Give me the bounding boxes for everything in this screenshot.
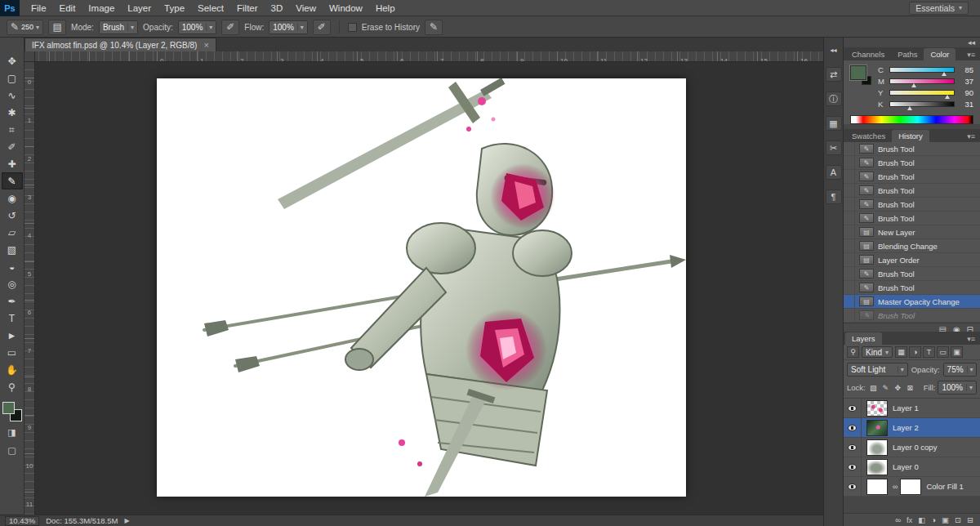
blur-tool[interactable]: ◒ (2, 258, 23, 275)
visibility-toggle[interactable] (844, 457, 862, 476)
rectangle-tool[interactable]: ▭ (2, 344, 23, 361)
slider-thumb[interactable] (907, 106, 912, 110)
panel-menu-icon[interactable]: ▾≡ (962, 131, 980, 142)
brush-panel-icon[interactable]: ✎ (425, 20, 443, 35)
clone-stamp-tool[interactable]: ◉ (2, 189, 23, 207)
layer-row[interactable]: Layer 0 (844, 457, 980, 477)
flow-select[interactable]: 100% ▾ (269, 20, 308, 34)
info-panel-icon[interactable]: ⓘ (826, 91, 842, 106)
lock-all-icon[interactable]: ⊠ (905, 382, 915, 393)
dodge-tool[interactable]: ◎ (2, 275, 23, 292)
brush-preset-picker[interactable]: ✎ 250 ▾ (7, 20, 43, 35)
adjustment-layer-icon[interactable]: ◑ (931, 515, 936, 524)
crop-tool[interactable]: ⌗ (2, 121, 23, 138)
menu-item[interactable]: 3D (265, 1, 290, 16)
layer-row[interactable]: Layer 2 (844, 418, 980, 438)
lock-pixels-icon[interactable]: ✎ (880, 382, 891, 393)
filter-shape-icon[interactable]: ▭ (937, 346, 949, 358)
eyedropper-tool[interactable]: ✐ (2, 138, 23, 155)
menu-item[interactable]: Image (82, 1, 121, 16)
channel-slider[interactable] (889, 78, 955, 84)
history-source-checkbox[interactable] (844, 212, 855, 225)
menu-item[interactable]: Layer (121, 1, 158, 16)
eraser-tool[interactable]: ▱ (2, 224, 23, 241)
history-state-row[interactable]: ▤ Master Opacity Change (844, 295, 980, 309)
foreground-color-swatch[interactable] (2, 402, 15, 414)
history-source-checkbox[interactable] (844, 281, 855, 294)
history-state-row[interactable]: ✎ Brush Tool (844, 198, 980, 212)
history-state-row[interactable]: ✎ Brush Tool (844, 170, 980, 184)
history-state-row[interactable]: ▤ Blending Change (844, 239, 980, 253)
layer-thumbnail[interactable] (866, 479, 888, 495)
opacity-select[interactable]: 100% ▾ (178, 20, 217, 34)
collapse-panels-icon[interactable]: ◂◂ (826, 42, 842, 57)
brush-tool[interactable]: ✎ (2, 172, 23, 189)
delete-layer-icon[interactable]: ⊟ (967, 515, 973, 524)
history-state-row[interactable]: ▤ Layer Order (844, 253, 980, 267)
screen-mode-icon[interactable]: ▢ (2, 443, 23, 457)
history-source-checkbox[interactable] (844, 295, 855, 308)
layer-mask-thumbnail[interactable] (900, 479, 921, 495)
color-spectrum-ramp[interactable] (850, 115, 973, 124)
history-source-checkbox[interactable] (844, 253, 855, 266)
channel-value[interactable]: 31 (959, 100, 973, 109)
history-brush-tool[interactable]: ↺ (2, 207, 23, 224)
history-source-checkbox[interactable] (844, 142, 855, 155)
layer-thumbnail[interactable] (866, 420, 888, 436)
menu-item[interactable]: Select (191, 1, 230, 16)
menu-item[interactable]: Help (369, 1, 402, 16)
pen-tool[interactable]: ✒ (2, 292, 23, 310)
layer-mask-icon[interactable]: ◧ (918, 515, 925, 524)
visibility-toggle[interactable] (844, 418, 862, 437)
menu-item[interactable]: Filter (230, 1, 265, 16)
document-tab[interactable]: IFX almost fin.psd @ 10.4% (Layer 2, RGB… (24, 38, 216, 51)
status-menu-arrow-icon[interactable]: ▶ (124, 517, 129, 524)
quick-selection-tool[interactable]: ✱ (2, 104, 23, 121)
new-layer-icon[interactable]: ⊡ (955, 515, 961, 524)
history-source-checkbox[interactable] (844, 156, 855, 169)
slider-thumb[interactable] (942, 72, 947, 76)
filter-pixel-icon[interactable]: ▦ (895, 346, 907, 358)
layer-row[interactable]: ∞ Color Fill 1 (844, 477, 980, 497)
history-state-row[interactable]: ✎ Brush Tool (844, 142, 980, 156)
layer-thumbnail[interactable] (866, 400, 888, 417)
arrows-panel-icon[interactable]: ⇄ (826, 67, 842, 82)
filter-adjustment-icon[interactable]: ◑ (909, 346, 921, 358)
history-source-checkbox[interactable] (844, 170, 855, 183)
menu-item[interactable]: View (289, 1, 323, 16)
path-selection-tool[interactable]: ► (2, 327, 23, 344)
toggle-brush-panel-icon[interactable]: ▤ (48, 20, 66, 35)
panel-tab[interactable]: Layers (845, 332, 882, 345)
layer-opacity-select[interactable]: 75% ▾ (943, 363, 977, 377)
foreground-color-swatch[interactable] (850, 65, 866, 80)
history-state-row[interactable]: ▤ New Layer (844, 225, 980, 239)
slice-panel-icon[interactable]: ✂ (826, 140, 842, 155)
kind-select[interactable]: Kind ▾ (862, 346, 893, 358)
airbrush-toggle-icon[interactable]: ✐ (313, 20, 331, 35)
history-state-row[interactable]: ✎ Brush Tool (844, 184, 980, 198)
document-canvas[interactable] (157, 78, 686, 497)
panel-tab[interactable]: Paths (891, 48, 924, 60)
close-icon[interactable]: × (203, 40, 208, 50)
menu-item[interactable]: File (24, 1, 53, 16)
history-source-checkbox[interactable] (844, 225, 855, 238)
layer-row[interactable]: Layer 1 (844, 399, 980, 418)
filter-smart-object-icon[interactable]: ▣ (951, 346, 963, 358)
lasso-tool[interactable]: ∿ (2, 87, 23, 104)
history-source-checkbox[interactable] (844, 198, 855, 211)
history-state-row[interactable]: ✎ Brush Tool (844, 156, 980, 170)
color-swatches[interactable] (850, 65, 871, 85)
erase-to-history-checkbox[interactable] (348, 23, 357, 32)
history-source-checkbox[interactable] (844, 309, 855, 322)
blend-mode-select[interactable]: Soft Light ▾ (847, 363, 908, 377)
layer-effects-icon[interactable]: fx (906, 515, 912, 524)
panel-tab[interactable]: Swatches (845, 130, 892, 142)
healing-brush-tool[interactable]: ✚ (2, 155, 23, 172)
mode-select[interactable]: Brush ▾ (99, 20, 138, 34)
channel-value[interactable]: 85 (959, 65, 973, 74)
panel-tab[interactable]: Color (924, 48, 956, 60)
panel-menu-icon[interactable]: ▾≡ (962, 333, 980, 345)
zoom-tool[interactable]: ⚲ (2, 378, 23, 395)
channel-value[interactable]: 90 (959, 88, 973, 97)
history-source-checkbox[interactable] (844, 239, 855, 252)
